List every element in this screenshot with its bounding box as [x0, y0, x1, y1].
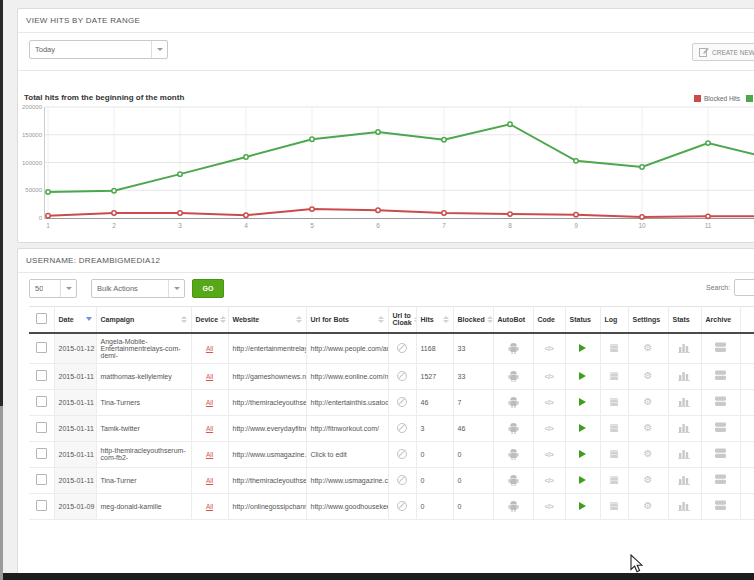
campaigns-table-wrap: DateCampaignDeviceWebsiteUrl for BotsUrl… [29, 306, 754, 520]
status-cell[interactable] [565, 493, 600, 519]
code-cell[interactable]: </> [533, 389, 565, 415]
page-size-select[interactable]: 50 [29, 279, 77, 298]
settings-cell[interactable]: ⚙ [628, 389, 668, 415]
status-cell[interactable] [565, 333, 600, 364]
code-cell[interactable]: </> [533, 363, 565, 389]
settings-cell[interactable]: ⚙ [628, 493, 668, 519]
device-link[interactable]: All [206, 503, 213, 510]
stats-cell[interactable] [668, 493, 701, 519]
column-header-hits[interactable]: Hits [416, 307, 453, 333]
autobot-cell[interactable] [493, 363, 533, 389]
search-input[interactable] [734, 279, 754, 296]
row-checkbox[interactable] [36, 474, 47, 485]
url-for-bots-cell: Click to edit [306, 441, 388, 467]
status-cell[interactable] [565, 415, 600, 441]
create-new-campaign-button[interactable]: CREATE NEW CAMPAIGN [692, 43, 754, 61]
archive-cell[interactable] [701, 363, 740, 389]
bulk-actions-select[interactable]: Bulk Actions [91, 279, 185, 298]
gear-icon: ⚙ [644, 422, 653, 433]
archive-cell[interactable] [701, 441, 740, 467]
status-cell[interactable] [565, 467, 600, 493]
row-checkbox[interactable] [36, 370, 47, 381]
column-header-url-for-bots[interactable]: Url for Bots [306, 307, 388, 333]
archive-cell[interactable] [701, 333, 740, 364]
circle-slash-icon[interactable] [397, 397, 407, 407]
go-button[interactable]: GO [192, 279, 224, 298]
settings-cell[interactable]: ⚙ [628, 441, 668, 467]
autobot-cell[interactable] [493, 493, 533, 519]
stack-icon [714, 422, 727, 433]
grid-icon: ▦ [609, 500, 618, 511]
circle-slash-icon[interactable] [397, 423, 407, 433]
autobot-cell[interactable] [493, 415, 533, 441]
device-link[interactable]: All [206, 345, 213, 352]
settings-cell[interactable]: ⚙ [628, 415, 668, 441]
row-checkbox[interactable] [36, 500, 47, 511]
autobot-cell[interactable] [493, 389, 533, 415]
column-header-website[interactable]: Website [228, 307, 306, 333]
device-cell: All [191, 389, 228, 415]
sort-arrows-icon [220, 316, 226, 323]
column-header-date[interactable]: Date [54, 307, 96, 333]
device-link[interactable]: All [206, 451, 213, 458]
row-checkbox[interactable] [36, 422, 47, 433]
circle-slash-icon[interactable] [397, 475, 407, 485]
row-checkbox[interactable] [36, 396, 47, 407]
table-row: 2015-01-11matthomas-kellylemleyAllhttp:/… [29, 363, 754, 389]
code-cell[interactable]: </> [533, 493, 565, 519]
campaign-dashboard: VIEW HITS BY DATE RANGE Today CREATE NEW… [0, 0, 754, 580]
column-header-campaign[interactable]: Campaign [96, 307, 191, 333]
log-cell[interactable]: ▦ [600, 389, 628, 415]
archive-cell[interactable] [701, 389, 740, 415]
date-range-value: Today [30, 45, 55, 54]
column-header-url-to-cloak[interactable]: Url to Cloak [388, 307, 416, 333]
date-range-select[interactable]: Today [29, 40, 168, 59]
column-header-device[interactable]: Device [191, 307, 228, 333]
column-label: Hits [421, 316, 434, 323]
autobot-cell[interactable] [493, 441, 533, 467]
log-cell[interactable]: ▦ [600, 415, 628, 441]
stats-cell[interactable] [668, 467, 701, 493]
status-cell[interactable] [565, 441, 600, 467]
code-cell[interactable]: </> [533, 441, 565, 467]
archive-cell[interactable] [701, 493, 740, 519]
status-cell[interactable] [565, 363, 600, 389]
log-cell[interactable]: ▦ [600, 363, 628, 389]
stats-cell[interactable] [668, 363, 701, 389]
row-checkbox[interactable] [36, 448, 47, 459]
select-all-checkbox[interactable] [36, 313, 47, 324]
code-cell[interactable]: </> [533, 333, 565, 364]
status-cell[interactable] [565, 389, 600, 415]
log-cell[interactable]: ▦ [600, 441, 628, 467]
settings-cell[interactable]: ⚙ [628, 333, 668, 364]
autobot-cell[interactable] [493, 467, 533, 493]
log-cell[interactable]: ▦ [600, 467, 628, 493]
stats-cell[interactable] [668, 389, 701, 415]
device-link[interactable]: All [206, 373, 213, 380]
device-link[interactable]: All [206, 399, 213, 406]
circle-slash-icon[interactable] [397, 449, 407, 459]
sort-arrows-icon [296, 316, 302, 323]
code-cell[interactable]: </> [533, 415, 565, 441]
circle-slash-icon[interactable] [397, 371, 407, 381]
play-icon [579, 476, 586, 484]
settings-cell[interactable]: ⚙ [628, 363, 668, 389]
date-cell: 2015-01-12 [54, 333, 96, 364]
device-link[interactable]: All [206, 477, 213, 484]
device-link[interactable]: All [206, 425, 213, 432]
stats-cell[interactable] [668, 415, 701, 441]
date-cell: 2015-01-11 [54, 389, 96, 415]
column-header-blocked[interactable]: Blocked [453, 307, 493, 333]
log-cell[interactable]: ▦ [600, 333, 628, 364]
row-checkbox[interactable] [36, 342, 47, 353]
circle-slash-icon[interactable] [397, 343, 407, 353]
code-cell[interactable]: </> [533, 467, 565, 493]
archive-cell[interactable] [701, 415, 740, 441]
stats-cell[interactable] [668, 333, 701, 364]
stats-cell[interactable] [668, 441, 701, 467]
circle-slash-icon[interactable] [397, 501, 407, 511]
log-cell[interactable]: ▦ [600, 493, 628, 519]
archive-cell[interactable] [701, 467, 740, 493]
autobot-cell[interactable] [493, 333, 533, 364]
settings-cell[interactable]: ⚙ [628, 467, 668, 493]
